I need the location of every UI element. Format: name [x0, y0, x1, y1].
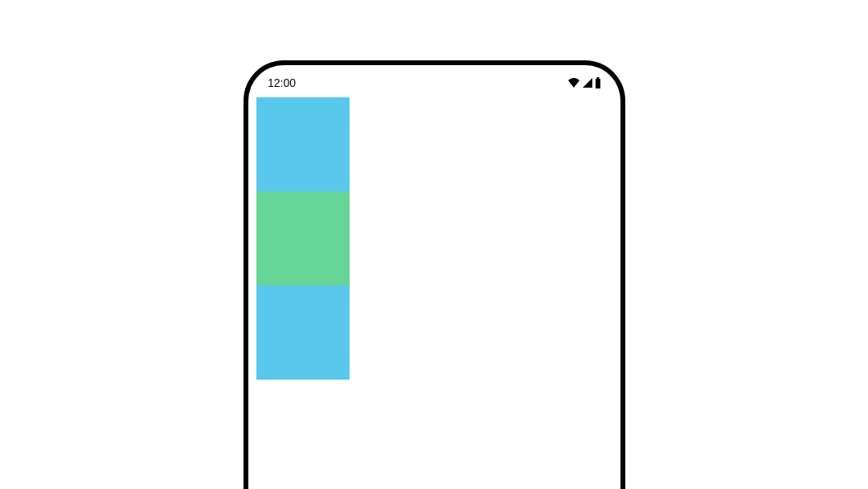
- phone-frame: 12:00: [244, 60, 625, 489]
- svg-rect-1: [597, 77, 600, 79]
- status-bar: 12:00: [248, 65, 620, 97]
- status-time: 12:00: [268, 76, 296, 89]
- cellular-icon: [582, 77, 593, 88]
- battery-icon: [595, 77, 601, 88]
- content-area: [248, 97, 620, 380]
- svg-rect-0: [596, 79, 600, 88]
- color-block-bottom: [256, 286, 350, 380]
- wifi-icon: [567, 77, 580, 88]
- status-icons: [567, 77, 601, 88]
- color-block-top: [256, 97, 350, 191]
- color-block-middle: [256, 191, 350, 286]
- color-column: [256, 97, 350, 380]
